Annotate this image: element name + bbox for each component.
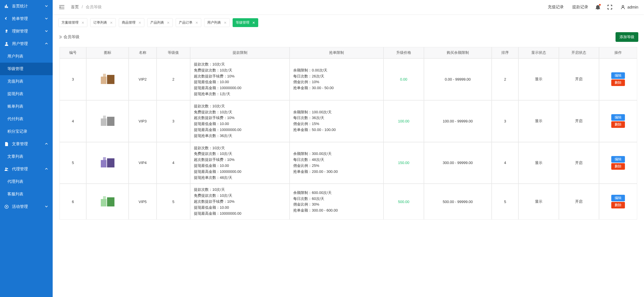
sidebar-sub-item[interactable]: 用户列表 [0, 50, 53, 63]
cell-sort: 3 [492, 100, 518, 142]
sidebar-menu-coin[interactable]: 理财管理 [0, 25, 53, 38]
tab-item[interactable]: 商品管理✕ [119, 18, 144, 27]
delete-button[interactable]: 删除 [611, 121, 625, 128]
close-icon[interactable]: ✕ [195, 21, 198, 24]
level-image [100, 114, 116, 127]
cell-withdraw-limit: 提款次数：10次/天免费提款次数：10次/天超次数提款手续费：10%提现最低金额… [190, 142, 290, 184]
sidebar-sub-item[interactable]: 代付列表 [0, 113, 53, 125]
tab-item[interactable]: 订单列表✕ [90, 18, 116, 27]
cell-level: 5 [157, 184, 190, 220]
cell-balance-limit: 0.00 - 99999.00 [424, 58, 492, 100]
cell-id: 6 [60, 184, 86, 220]
cell-show: 显示 [518, 100, 559, 142]
sidebar-sub-item[interactable]: 代理列表 [0, 175, 53, 188]
sidebar-sub-item[interactable]: 客服列表 [0, 188, 53, 200]
table-header: 购买余额限制 [424, 47, 492, 58]
cell-id: 3 [60, 58, 86, 100]
cell-grab-limit: 余额限制：0.00次/天每日次数：26次/天佣金比例：10%抢单金额：30.00… [290, 58, 383, 100]
sidebar-sub-item[interactable]: 等级管理 [0, 63, 53, 75]
cell-show: 显示 [518, 142, 559, 184]
svg-rect-11 [103, 116, 106, 120]
header-user-menu[interactable]: admin [621, 5, 638, 9]
breadcrumb-home[interactable]: 首页 [71, 5, 79, 9]
notification-bell-icon[interactable] [596, 5, 600, 10]
breadcrumb: 首页 / 会员等级 [71, 5, 102, 10]
sidebar-sub-item[interactable]: 账单列表 [0, 100, 53, 113]
cell-level: 3 [157, 100, 190, 142]
edit-button[interactable]: 编辑 [611, 72, 625, 79]
header-recharge-link[interactable]: 充值记录 [548, 5, 564, 10]
close-icon[interactable]: ✕ [110, 21, 113, 24]
chart-icon [5, 4, 9, 8]
tabs-bar: 方案组管理✕订单列表✕商品管理✕产品列表✕产品订单✕用户列表✕等级管理✕ [53, 14, 644, 27]
edit-button[interactable]: 编辑 [611, 195, 625, 201]
sidebar-menu-fire[interactable]: 抢单管理 [0, 13, 53, 25]
cell-enabled: 开启 [559, 184, 599, 220]
delete-button[interactable]: 删除 [611, 79, 625, 86]
table-header: 等级值 [157, 47, 190, 58]
cell-id: 4 [60, 100, 86, 142]
tab-item[interactable]: 等级管理✕ [233, 18, 258, 27]
cell-level: 4 [157, 142, 190, 184]
level-image [100, 73, 116, 85]
cell-price: 0.00 [383, 58, 424, 100]
delete-button[interactable]: 删除 [611, 202, 625, 208]
sidebar-sub-item[interactable]: 积分宝记录 [0, 125, 53, 138]
table-header: 提款限制 [190, 47, 290, 58]
level-table: 编号图标名称等级值提款限制抢单限制升级价格购买余额限制排序显示状态开启状态操作 … [60, 47, 637, 220]
close-icon[interactable]: ✕ [167, 21, 170, 24]
add-level-button[interactable]: 添加等级 [616, 32, 638, 42]
sidebar-sub-item[interactable]: 充值列表 [0, 75, 53, 88]
close-icon[interactable]: ✕ [252, 21, 255, 24]
page-title: 会员等级 [58, 34, 79, 40]
svg-rect-14 [103, 157, 106, 161]
cell-sort: 5 [492, 184, 518, 220]
sidebar-collapse-button[interactable] [58, 4, 65, 11]
header-withdraw-link[interactable]: 提款记录 [572, 5, 588, 10]
sidebar-sub-item[interactable]: 文章列表 [0, 150, 53, 163]
chevron-up-icon [45, 142, 48, 146]
close-icon[interactable]: ✕ [138, 21, 141, 24]
gift-icon [5, 205, 9, 209]
fullscreen-icon[interactable] [608, 5, 612, 9]
table-header: 操作 [599, 47, 637, 58]
svg-point-4 [6, 206, 7, 207]
tab-item[interactable]: 产品列表✕ [147, 18, 173, 27]
chevron-up-icon [45, 167, 48, 171]
svg-rect-8 [103, 74, 106, 78]
cell-withdraw-limit: 提款次数：10次/天免费提款次数：10次/天超次数提款手续费：10%提现最低金额… [190, 100, 290, 142]
cell-price: 100.00 [383, 100, 424, 142]
close-icon[interactable]: ✕ [81, 21, 84, 24]
chevron-down-icon [45, 29, 48, 34]
edit-button[interactable]: 编辑 [611, 156, 625, 163]
cell-sort: 2 [492, 58, 518, 100]
chevron-down-icon [45, 17, 48, 21]
tab-item[interactable]: 方案组管理✕ [58, 18, 87, 27]
cell-name: VIP3 [129, 100, 157, 142]
header-bar: 首页 / 会员等级 充值记录 提款记录 admin [53, 0, 644, 14]
table-row: 6VIP55提款次数：10次/天免费提款次数：10次/天超次数提款手续费：10%… [60, 184, 637, 220]
coin-icon [5, 29, 9, 33]
sidebar-menu-chart[interactable]: 首页统计 [0, 0, 53, 13]
cell-withdraw-limit: 提款次数：10次/天免费提款次数：10次/天超次数提款手续费：10%提现最低金额… [190, 184, 290, 220]
tab-item[interactable]: 用户列表✕ [204, 18, 230, 27]
edit-button[interactable]: 编辑 [611, 114, 625, 121]
sidebar-menu-users[interactable]: 代理管理 [0, 163, 53, 175]
table-header: 排序 [492, 47, 518, 58]
delete-button[interactable]: 删除 [611, 163, 625, 170]
cell-name: VIP4 [129, 142, 157, 184]
cell-name: VIP5 [129, 184, 157, 220]
cell-enabled: 开启 [559, 58, 599, 100]
sidebar-menu-doc[interactable]: 文章管理 [0, 138, 53, 150]
svg-rect-13 [107, 158, 114, 167]
chevron-down-icon [45, 4, 48, 9]
cell-sort: 4 [492, 142, 518, 184]
close-icon[interactable]: ✕ [224, 21, 227, 24]
cell-icon [86, 142, 129, 184]
table-header: 升级价格 [383, 47, 424, 58]
tab-item[interactable]: 产品订单✕ [176, 18, 201, 27]
sidebar-sub-item[interactable]: 提现列表 [0, 88, 53, 100]
sidebar-menu-user[interactable]: 用户管理 [0, 38, 53, 50]
svg-rect-7 [107, 75, 114, 84]
sidebar-menu-gift[interactable]: 活动管理 [0, 200, 53, 213]
